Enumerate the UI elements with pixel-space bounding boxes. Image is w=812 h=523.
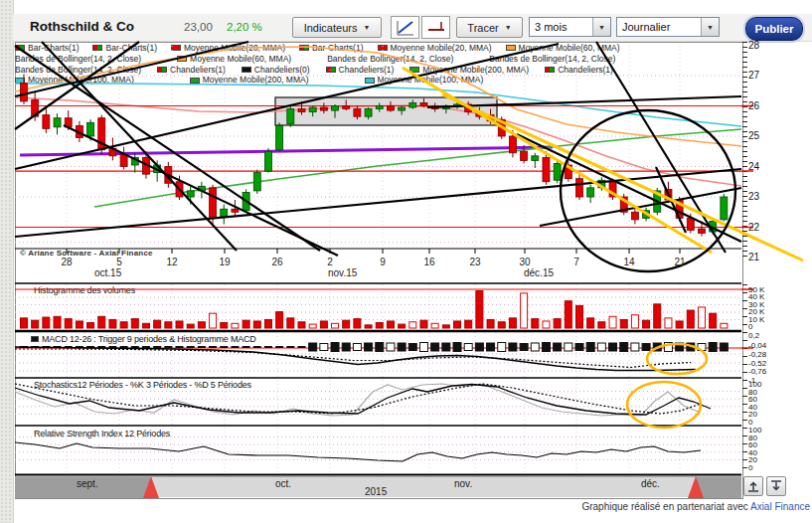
price-axis-label: 28 — [748, 40, 759, 51]
charting-app: Rothschild & Co 23,00 2,20 % Indicateurs… — [0, 0, 812, 523]
date-tick-label: 30 — [512, 257, 538, 267]
price-change-percent: 2,20 % — [227, 21, 262, 33]
chevron-down-icon: ▼ — [505, 24, 512, 31]
arrow-up-icon — [746, 479, 760, 493]
date-tick-label: 12 — [159, 257, 185, 267]
date-tick-label: 26 — [264, 257, 290, 267]
line-draw-tool-button[interactable] — [391, 16, 419, 39]
date-tick-label: 5 — [106, 257, 132, 267]
date-tick-label: 14 — [616, 257, 642, 267]
partner-credit-text: Graphique réalisé en partenariat avec — [581, 501, 750, 512]
page-margin — [0, 0, 14, 523]
horizontal-line-icon — [426, 19, 446, 36]
timeline-year-label: 2015 — [365, 486, 387, 497]
price-axis-label: 23 — [748, 191, 759, 202]
macd-axis-label: -0,28 — [748, 350, 766, 359]
price-axis-label: 27 — [748, 70, 759, 81]
horizontal-line-tool-button[interactable] — [421, 16, 450, 39]
price-axis-label: 22 — [748, 222, 759, 233]
price-axis-label: 21 — [748, 252, 759, 262]
publish-button[interactable]: Publier — [745, 17, 803, 41]
timeline-scrollbar[interactable]: sept. oct. nov. déc. 2015 — [15, 476, 741, 497]
month-label: déc.15 — [524, 267, 554, 278]
chevron-down-icon: ▼ — [363, 24, 370, 31]
volume-panel-label: Histogramme des volumes — [34, 285, 135, 295]
date-tick-label: 28 — [54, 257, 80, 267]
timeline-month-label: sept. — [77, 478, 98, 489]
date-tick-label: 21 — [667, 257, 693, 267]
macd-panel-label: MACD 12-26 : Trigger 9 periodes & Histog… — [31, 334, 256, 344]
date-tick-label: 7 — [564, 257, 589, 267]
month-label: nov.15 — [328, 267, 357, 278]
toolbar: Rothschild & Co 23,00 2,20 % Indicateurs… — [13, 14, 812, 42]
instrument-name: Rothschild & Co — [30, 19, 134, 34]
period-select-value: 3 mois — [530, 18, 592, 36]
indicators-button-label: Indicateurs — [304, 22, 358, 34]
rsi-panel-label: Relative Strength Index 12 Périodes — [34, 429, 170, 438]
date-tick-label: 16 — [416, 257, 442, 267]
indicators-button[interactable]: Indicateurs ▼ — [292, 17, 382, 38]
price-axis-label: 26 — [748, 100, 759, 111]
price-axis-label: 24 — [748, 161, 759, 172]
tracer-button-label: Tracer — [467, 22, 498, 34]
frequency-select-value: Journalier — [617, 18, 701, 36]
last-price: 23,00 — [184, 21, 213, 33]
timeline-month-label: oct. — [275, 478, 291, 489]
range-start-handle[interactable] — [143, 476, 159, 498]
date-tick-label: 19 — [212, 257, 238, 267]
macd-axis-label: 0,2 — [748, 331, 759, 340]
date-tick-label: 9 — [370, 257, 396, 267]
range-end-handle[interactable] — [688, 476, 704, 498]
diagonal-line-icon — [396, 19, 415, 36]
tracer-button[interactable]: Tracer ▼ — [456, 17, 523, 38]
rsi-axis-label: 0 — [748, 463, 752, 472]
arrow-down-icon — [769, 479, 783, 493]
month-label: oct.15 — [94, 267, 121, 278]
date-tick-label: 2 — [317, 257, 343, 267]
partner-credit: Graphique réalisé en partenariat avec Ax… — [581, 501, 810, 512]
macd-swatch — [31, 336, 39, 342]
stochastics-panel-label: Stochastics12 Périodes - %K 3 Périodes -… — [34, 380, 251, 390]
timeline-month-label: nov. — [454, 478, 472, 489]
chevron-down-icon[interactable]: ▼ — [701, 18, 719, 36]
date-tick-label: 23 — [462, 257, 488, 267]
shrink-range-button[interactable] — [766, 476, 786, 496]
timeline-month-label: déc. — [641, 478, 660, 489]
macd-axis-label: -0,04 — [748, 341, 766, 350]
price-axis-label: 25 — [748, 130, 759, 141]
expand-range-button[interactable] — [743, 476, 763, 496]
frequency-select[interactable]: Journalier ▼ — [616, 17, 720, 37]
partner-link[interactable]: Axial Finance — [750, 501, 810, 512]
period-select[interactable]: 3 mois ▼ — [529, 17, 611, 37]
chevron-down-icon[interactable]: ▼ — [592, 18, 610, 36]
copyright-note: © Ariane Software - Axial Finance — [20, 249, 153, 258]
